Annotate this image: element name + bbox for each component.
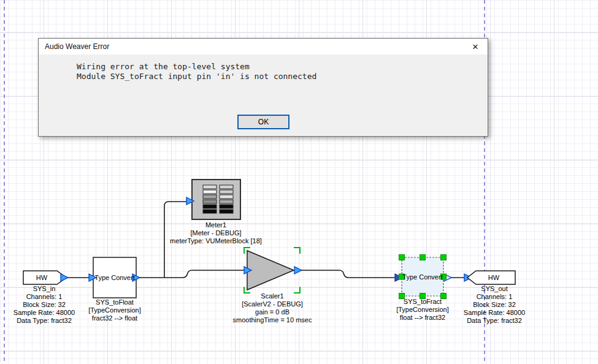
scaler-output-pin[interactable] xyxy=(294,267,302,274)
ok-button[interactable]: OK xyxy=(237,115,289,129)
block-prop: Sample Rate: 48000 xyxy=(13,309,75,317)
sys-tofract-caption: SYS_toFract [TypeConversion] float --> f… xyxy=(396,298,449,322)
block-prop: [ScalerV2 - DEBUG] xyxy=(233,300,312,308)
block-prop: smoothingTime = 10 msec xyxy=(233,316,312,324)
block-name: SYS_in xyxy=(13,285,75,293)
close-icon[interactable]: ✕ xyxy=(463,39,488,55)
block-prop: [TypeConversion] xyxy=(88,306,141,314)
block-prop: Channels: 1 xyxy=(464,293,525,301)
block-prop: Sample Rate: 48000 xyxy=(464,309,525,317)
sys-out-caption: SYS_out Channels: 1 Block Size: 32 Sampl… xyxy=(464,285,525,325)
dialog-title: Audio Weaver Error xyxy=(45,42,109,51)
block-prop: meterType: VUMeterBlock [18] xyxy=(170,237,262,245)
sys-tofract-shape-label: Type Convert xyxy=(402,262,443,292)
block-prop: Block Size: 32 xyxy=(464,301,525,309)
block-prop: gain = 0 dB xyxy=(233,308,312,316)
wire-scaler-tofract[interactable] xyxy=(294,270,397,278)
dialog-message: Wiring error at the top-level system Mod… xyxy=(39,55,488,82)
error-message-line1: Wiring error at the top-level system xyxy=(77,62,488,72)
dialog-titlebar[interactable]: Audio Weaver Error ✕ xyxy=(39,39,488,55)
block-name: Meter1 xyxy=(170,221,262,229)
sys-out-shape-label: HW xyxy=(473,273,514,282)
block-prop: Data Type: fract32 xyxy=(464,317,525,325)
block-prop: float --> fract32 xyxy=(396,314,449,322)
scaler1-block[interactable] xyxy=(247,251,294,290)
meter1-block[interactable] xyxy=(192,180,240,219)
error-dialog: Audio Weaver Error ✕ Wiring error at the… xyxy=(38,38,488,137)
block-name: SYS_toFloat xyxy=(88,298,141,306)
block-prop: Data Type: fract32 xyxy=(13,317,75,325)
meter1-caption: Meter1 [Meter - DEBUG] meterType: VUMete… xyxy=(170,221,262,245)
sys-in-shape-label: HW xyxy=(23,273,60,282)
block-name: Scaler1 xyxy=(233,292,312,300)
error-message-line2: Module SYS_toFract input pin 'in' is not… xyxy=(77,72,488,82)
block-prop: [Meter - DEBUG] xyxy=(170,229,262,237)
block-prop: [TypeConversion] xyxy=(396,306,449,314)
sys-tofloat-caption: SYS_toFloat [TypeConversion] fract32 -->… xyxy=(88,298,141,322)
block-prop: fract32 --> float xyxy=(88,314,141,322)
block-name: SYS_out xyxy=(464,285,525,293)
wire-tofloat-scaler[interactable] xyxy=(136,270,245,278)
sys-tofloat-shape-label: Type Convert xyxy=(93,262,136,294)
block-prop: Channels: 1 xyxy=(13,293,75,301)
sys-in-caption: SYS_in Channels: 1 Block Size: 32 Sample… xyxy=(13,285,75,325)
block-prop: Block Size: 32 xyxy=(13,301,75,309)
sys-in-output-pin[interactable] xyxy=(61,274,68,281)
block-name: SYS_toFract xyxy=(396,298,449,306)
scaler1-caption: Scaler1 [ScalerV2 - DEBUG] gain = 0 dB s… xyxy=(233,292,312,324)
schematic-canvas[interactable]: HW Type Convert Type Convert HW SYS_in C… xyxy=(0,0,598,364)
